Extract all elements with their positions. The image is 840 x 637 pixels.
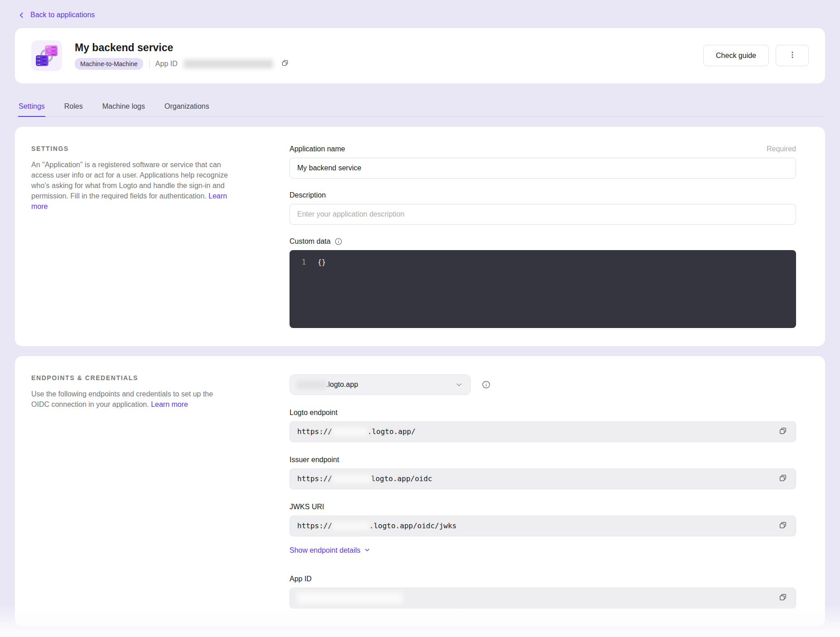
copy-icon [778, 426, 787, 437]
app-id-field [290, 588, 796, 608]
domain-select-row: .logto.app [290, 374, 796, 395]
domain-select[interactable]: .logto.app [290, 374, 471, 395]
custom-data-info-icon[interactable] [334, 237, 343, 246]
domain-value-redacted [297, 381, 326, 389]
settings-section-description: An "Application" is a registered softwar… [31, 159, 231, 212]
app-id-redacted [297, 592, 402, 604]
back-link[interactable]: Back to applications [18, 11, 95, 19]
app-id-value-redacted [183, 59, 273, 68]
tab-settings[interactable]: Settings [18, 102, 45, 117]
meta-divider [149, 60, 150, 68]
back-link-label: Back to applications [30, 11, 95, 19]
copy-app-id-field-button[interactable] [777, 592, 788, 604]
domain-info-icon[interactable] [482, 380, 491, 389]
settings-form: Application name Required Description Cu… [290, 145, 809, 328]
header-actions: Check guide [703, 45, 809, 66]
tab-roles[interactable]: Roles [64, 102, 83, 117]
copy-jwks-uri-button[interactable] [777, 520, 788, 532]
tab-machine-logs[interactable]: Machine logs [102, 102, 145, 117]
description-field-group: Description [290, 191, 796, 225]
app-type-badge: Machine-to-Machine [75, 58, 143, 70]
endpoints-section-intro: ENDPOINTS & CREDENTIALS Use the followin… [31, 374, 231, 410]
line-number: 1 [290, 257, 306, 267]
endpoints-section-heading: ENDPOINTS & CREDENTIALS [31, 374, 231, 381]
settings-card: SETTINGS An "Application" is a registere… [15, 127, 825, 346]
copy-logto-endpoint-button[interactable] [777, 425, 788, 438]
endpoints-form: .logto.app Logto endpoint https:// [290, 374, 809, 608]
custom-data-label: Custom data [290, 237, 331, 246]
description-input[interactable] [290, 204, 796, 225]
endpoints-section-description: Use the following endpoints and credenti… [31, 389, 231, 410]
description-label: Description [290, 191, 326, 199]
app-meta-row: Machine-to-Machine App ID [75, 58, 690, 70]
logto-endpoint-group: Logto endpoint https:// .logto.app/ [290, 409, 796, 442]
tenant-id-redacted [332, 521, 369, 531]
chevron-down-icon [455, 381, 463, 389]
domain-suffix: .logto.app [326, 381, 358, 389]
check-guide-button[interactable]: Check guide [703, 45, 769, 66]
tab-bar: Settings Roles Machine logs Organization… [15, 102, 825, 117]
issuer-endpoint-group: Issuer endpoint https:// logto.app/oidc [290, 456, 796, 489]
app-header-info: My backend service Machine-to-Machine Ap… [75, 42, 690, 70]
copy-icon [778, 593, 787, 603]
copy-icon [281, 59, 289, 68]
application-name-field-group: Application name Required [290, 145, 796, 179]
kebab-icon [788, 50, 797, 61]
copy-icon [778, 521, 787, 531]
application-name-input[interactable] [290, 158, 796, 179]
settings-section-intro: SETTINGS An "Application" is a registere… [31, 145, 231, 212]
app-header-card: My backend service Machine-to-Machine Ap… [15, 28, 825, 83]
required-badge: Required [767, 145, 796, 153]
logto-endpoint-field: https:// .logto.app/ [290, 421, 796, 442]
logto-endpoint-label: Logto endpoint [290, 409, 338, 417]
copy-icon [778, 473, 787, 484]
tenant-id-redacted [332, 474, 371, 483]
app-id-group: App ID [290, 575, 796, 608]
issuer-endpoint-label: Issuer endpoint [290, 456, 339, 464]
tenant-id-redacted [332, 427, 367, 436]
chevron-down-icon [364, 546, 371, 555]
copy-issuer-endpoint-button[interactable] [777, 473, 788, 485]
page-title: My backend service [75, 42, 690, 54]
application-name-label: Application name [290, 145, 345, 153]
endpoints-card: ENDPOINTS & CREDENTIALS Use the followin… [15, 356, 825, 627]
show-endpoint-details-link[interactable]: Show endpoint details [290, 546, 371, 555]
tab-organizations[interactable]: Organizations [164, 102, 210, 117]
jwks-uri-group: JWKS URI https:// .logto.app/oidc/jwks [290, 503, 796, 536]
app-id-field-label: App ID [290, 575, 312, 583]
back-row: Back to applications [15, 0, 825, 28]
copy-app-id-button[interactable] [280, 58, 290, 69]
app-logo-icon [31, 40, 62, 71]
more-actions-button[interactable] [776, 45, 809, 66]
custom-data-field-group: Custom data 1 {} [290, 237, 796, 328]
application-detail-page: Back to applications [0, 0, 840, 637]
app-id-label: App ID [155, 60, 178, 68]
jwks-uri-label: JWKS URI [290, 503, 324, 511]
issuer-endpoint-field: https:// logto.app/oidc [290, 468, 796, 489]
jwks-uri-field: https:// .logto.app/oidc/jwks [290, 516, 796, 536]
settings-section-heading: SETTINGS [31, 145, 231, 152]
custom-data-editor[interactable]: 1 {} [290, 250, 796, 328]
chevron-left-icon [18, 11, 25, 19]
code-content: {} [318, 257, 326, 267]
endpoints-learn-more-link[interactable]: Learn more [151, 401, 188, 408]
